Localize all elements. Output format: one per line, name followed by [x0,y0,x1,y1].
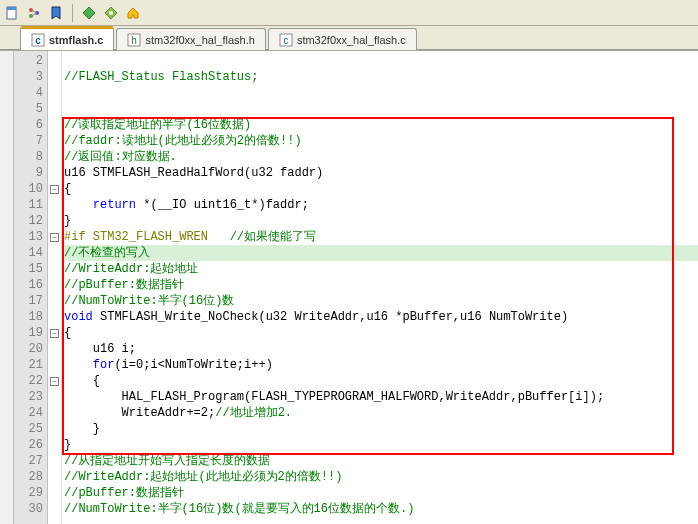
fold-cell [48,293,61,309]
code-line[interactable]: //pBuffer:数据指针 [64,485,698,501]
fold-cell [48,69,61,85]
line-number: 2 [14,53,43,69]
code-line[interactable]: return *(__IO uint16_t*)faddr; [64,197,698,213]
code-line[interactable]: //NumToWrite:半字(16位)数 [64,293,698,309]
line-number: 12 [14,213,43,229]
fold-cell [48,117,61,133]
code-line[interactable]: { [64,181,698,197]
fold-cell [48,245,61,261]
line-number: 25 [14,421,43,437]
h-file-icon: h [127,33,141,47]
code-line[interactable]: } [64,421,698,437]
code-line[interactable] [64,85,698,101]
fold-column: −−−− [48,51,62,524]
line-number: 8 [14,149,43,165]
code-line[interactable]: //pBuffer:数据指针 [64,277,698,293]
code-line[interactable]: for(i=0;i<NumToWrite;i++) [64,357,698,373]
fold-cell [48,501,61,517]
fold-cell [48,421,61,437]
fold-cell [48,149,61,165]
code-line[interactable]: void STMFLASH_Write_NoCheck(u32 WriteAdd… [64,309,698,325]
code-line[interactable]: //不检查的写入 [62,245,698,261]
svg-text:h: h [132,35,138,46]
editor: 2345678910111213141516171819202122232425… [0,50,698,524]
code-line[interactable]: u16 i; [64,341,698,357]
fold-cell[interactable]: − [48,373,61,389]
fold-cell [48,485,61,501]
c-file-icon: c [31,33,45,47]
svg-point-7 [109,11,113,15]
code-line[interactable]: } [64,437,698,453]
fold-minus-icon[interactable]: − [50,185,59,194]
tab-label: stmflash.c [49,34,103,46]
code-line[interactable]: { [64,373,698,389]
line-number: 27 [14,453,43,469]
line-number: 4 [14,85,43,101]
toolbar [0,0,698,26]
line-number: 5 [14,101,43,117]
code-line[interactable]: //faddr:读地址(此地址必须为2的倍数!!) [64,133,698,149]
c-file-icon: c [279,33,293,47]
code-line[interactable] [64,53,698,69]
toolbar-separator [72,4,73,22]
fold-cell [48,277,61,293]
code-line[interactable]: #if STM32_FLASH_WREN //如果使能了写 [64,229,698,245]
fold-minus-icon[interactable]: − [50,377,59,386]
diamond-green2-icon[interactable] [103,5,119,21]
fold-cell [48,469,61,485]
line-number: 9 [14,165,43,181]
code-line[interactable]: u16 STMFLASH_ReadHalfWord(u32 faddr) [64,165,698,181]
line-number: 20 [14,341,43,357]
code-line[interactable]: } [64,213,698,229]
code-line[interactable]: { [64,325,698,341]
code-line[interactable]: //NumToWrite:半字(16位)数(就是要写入的16位数据的个数.) [64,501,698,517]
line-number: 6 [14,117,43,133]
fold-cell [48,53,61,69]
code-area[interactable]: //FLASH_Status FlashStatus;//读取指定地址的半字(1… [62,51,698,524]
fold-minus-icon[interactable]: − [50,233,59,242]
line-number: 24 [14,405,43,421]
code-line[interactable]: //读取指定地址的半字(16位数据) [64,117,698,133]
fold-cell[interactable]: − [48,181,61,197]
line-number: 18 [14,309,43,325]
bookmark-icon[interactable] [48,5,64,21]
diamond-green-icon[interactable] [81,5,97,21]
svg-text:c: c [283,35,288,46]
line-number: 19 [14,325,43,341]
tab-hal-flash-h[interactable]: h stm32f0xx_hal_flash.h [116,28,265,50]
code-line[interactable]: //WriteAddr:起始地址(此地址必须为2的倍数!!) [64,469,698,485]
ide-window: c stmflash.c h stm32f0xx_hal_flash.h c s… [0,0,698,524]
line-number: 14 [14,245,43,261]
code-line[interactable]: WriteAddr+=2;//地址增加2. [64,405,698,421]
tree-icon[interactable] [26,5,42,21]
tab-hal-flash-c[interactable]: c stm32f0xx_hal_flash.c [268,28,417,50]
code-line[interactable]: HAL_FLASH_Program(FLASH_TYPEPROGRAM_HALF… [64,389,698,405]
tab-stmflash-c[interactable]: c stmflash.c [20,26,114,50]
tab-label: stm32f0xx_hal_flash.c [297,34,406,46]
fold-cell[interactable]: − [48,325,61,341]
fold-cell [48,309,61,325]
line-number: 23 [14,389,43,405]
fold-cell [48,213,61,229]
code-line[interactable]: //WriteAddr:起始地址 [64,261,698,277]
fold-cell [48,341,61,357]
doc-icon[interactable] [4,5,20,21]
line-number: 21 [14,357,43,373]
code-line[interactable]: //返回值:对应数据. [64,149,698,165]
line-number: 22 [14,373,43,389]
editor-margin [0,51,14,524]
fold-cell [48,85,61,101]
tab-strip: c stmflash.c h stm32f0xx_hal_flash.h c s… [0,26,698,50]
code-line[interactable] [64,101,698,117]
fold-cell [48,261,61,277]
code-line[interactable]: //从指定地址开始写入指定长度的数据 [64,453,698,469]
fold-cell [48,357,61,373]
line-number: 26 [14,437,43,453]
line-number: 30 [14,501,43,517]
code-line[interactable]: //FLASH_Status FlashStatus; [64,69,698,85]
fold-cell[interactable]: − [48,229,61,245]
fold-minus-icon[interactable]: − [50,329,59,338]
line-number: 13 [14,229,43,245]
home-icon[interactable] [125,5,141,21]
fold-cell [48,405,61,421]
